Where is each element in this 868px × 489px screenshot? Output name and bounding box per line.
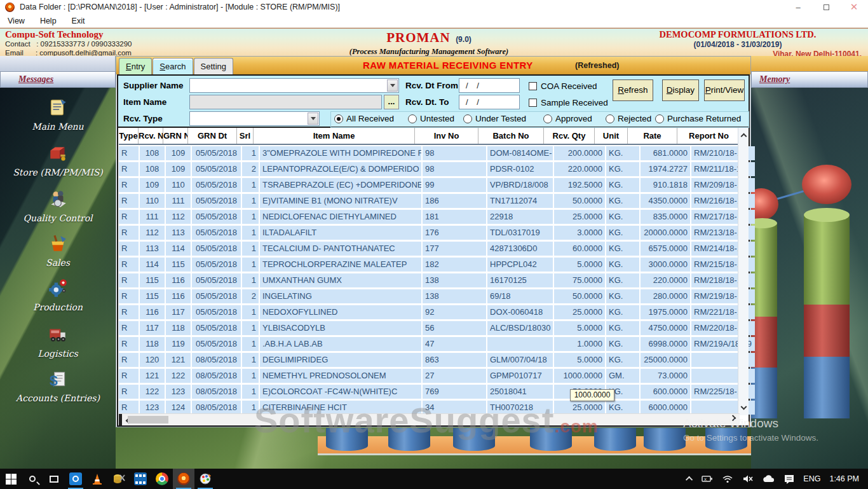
rcv-type-select[interactable] (189, 111, 320, 126)
column-header-grn-n[interactable]: GRN N (163, 128, 188, 144)
column-header-report-no[interactable]: Report No (677, 128, 741, 144)
display-button[interactable]: Display (662, 79, 699, 101)
taskbar-snipping-tool[interactable] (108, 469, 130, 489)
checkbox-icon[interactable] (529, 82, 537, 90)
clock[interactable]: 1:46 PM (829, 474, 859, 483)
radio-rejected[interactable]: Rejected (606, 114, 651, 123)
taskbar-chrome[interactable] (151, 469, 173, 489)
radio-all-received[interactable]: All Received (334, 114, 394, 123)
maximize-icon[interactable] (812, 0, 840, 14)
item-browse-button[interactable]: ... (384, 95, 399, 109)
sidebar-item-logistics[interactable]: Logistics (0, 324, 116, 359)
supplier-name-select[interactable] (189, 78, 399, 93)
start-button[interactable] (0, 469, 22, 489)
checkbox-icon[interactable] (529, 99, 537, 107)
taskbar-proman[interactable] (173, 469, 194, 489)
table-row[interactable]: R12112208/05/20181NEMETHYL PREDNOSOLONEM… (119, 369, 756, 383)
table-cell: 910.1818 (641, 178, 690, 192)
radio-icon[interactable] (606, 114, 614, 123)
column-header-rcv-n[interactable]: Rcv. N (139, 128, 163, 144)
taskbar-photos[interactable] (65, 469, 86, 489)
column-header-grn-dt[interactable]: GRN Dt (188, 128, 237, 144)
table-row[interactable]: R10810905/05/201813"OMEPRAZOLE WITH DOMP… (119, 146, 756, 160)
scroll-right-icon[interactable] (729, 414, 740, 425)
refresh-button[interactable]: Refresh (613, 79, 653, 101)
sample-received-checkbox[interactable]: Sample Received (529, 98, 608, 107)
sidebar-item-sales[interactable]: Sales (0, 233, 116, 268)
column-header-inv-no[interactable]: Inv No (415, 128, 478, 144)
chevron-down-icon[interactable] (308, 113, 318, 125)
table-row[interactable]: R10810905/05/20182LEPANTOPRAZOLE(E/C) & … (119, 162, 756, 176)
horizontal-scrollbar[interactable] (119, 413, 740, 425)
chevron-down-icon[interactable] (387, 79, 398, 92)
rcv-dt-from-input[interactable]: / / (459, 78, 520, 93)
scrollbar-thumb[interactable] (128, 416, 168, 424)
table-row[interactable]: R11511605/05/20181UMXANTHAN GUMX13816170… (119, 273, 756, 287)
taskbar-vlc[interactable] (86, 469, 108, 489)
table-row[interactable]: R12312408/05/20181CITERBINAFINE HCIT34TH… (119, 401, 756, 415)
table-row[interactable]: R10911005/05/20181TSRABEPRAZOLE (EC) +DO… (119, 178, 756, 192)
table-row[interactable]: R12012108/05/20181DEGLIMIPRIDEG863GLM/00… (119, 353, 756, 367)
radio-icon[interactable] (463, 114, 472, 123)
sidebar-item-main-menu[interactable]: Main Menu (0, 97, 116, 132)
sidebar-item-quality-control[interactable]: Quality Control (0, 188, 116, 223)
radio-untested[interactable]: Untested (408, 114, 454, 123)
column-header-rate[interactable]: Rate (628, 128, 677, 144)
action-center-icon[interactable] (784, 474, 794, 484)
menu-item-exit[interactable]: Exit (64, 17, 93, 25)
tray-expand-icon[interactable] (688, 476, 693, 481)
table-row[interactable]: R12212308/05/20181E)COLORCOAT -FC4W-N(WH… (119, 385, 756, 399)
tab-search[interactable]: Search (153, 58, 193, 74)
radio-icon[interactable] (655, 114, 664, 123)
tab-setting[interactable]: Setting (194, 58, 233, 74)
table-row[interactable]: R11111205/05/20181NEDICLOFENAC DIETHYLAM… (119, 210, 756, 224)
table-cell: 1 (242, 321, 259, 335)
table-row[interactable]: R11211305/05/20181ILTADALAFILT176TDL/031… (119, 226, 756, 240)
language-indicator[interactable]: ENG (803, 474, 820, 483)
tab-entry[interactable]: Entry (119, 58, 152, 74)
power-icon[interactable]: x (702, 475, 713, 483)
coa-received-checkbox[interactable]: COA Received (529, 81, 597, 91)
taskbar-calculator[interactable] (130, 469, 151, 489)
column-header-batch-no[interactable]: Batch No (478, 128, 544, 144)
column-header-srl[interactable]: Srl (237, 128, 254, 144)
vertical-scrollbar[interactable] (738, 128, 749, 415)
close-icon[interactable]: ✕ (840, 0, 868, 14)
table-row[interactable]: R11811905/05/20181.AB.H.A LAB.AB471.0000… (119, 337, 756, 351)
radio-icon[interactable] (408, 114, 417, 123)
rcv-dt-to-input[interactable]: / / (459, 95, 520, 109)
radio-under-tested[interactable]: Under Tested (463, 114, 526, 123)
radio-purchase-returned[interactable]: Purchase Returned (655, 114, 741, 123)
menu-item-view[interactable]: View (0, 17, 32, 25)
table-row[interactable]: R11311405/05/20181TECALCIUM D- PANTOTHAN… (119, 242, 756, 256)
scroll-up-icon[interactable] (738, 129, 749, 140)
sidebar-item-store-rm-pm-mis[interactable]: Store (RM/PM/MIS) (0, 142, 116, 177)
column-header-unit[interactable]: Unit (595, 128, 628, 144)
menu-item-help[interactable]: Help (32, 17, 64, 25)
task-view-button[interactable] (43, 469, 65, 489)
print-view-button[interactable]: Print/View (704, 79, 745, 101)
onedrive-icon[interactable] (763, 475, 775, 483)
table-row[interactable]: R11611705/05/20181NEDOXOFYLLINED92DOX-00… (119, 305, 756, 319)
radio-approved[interactable]: Approved (543, 114, 592, 123)
messages-panel-header[interactable]: Messages (0, 71, 116, 88)
scroll-down-icon[interactable] (738, 403, 749, 414)
wifi-icon[interactable] (722, 474, 733, 483)
taskbar-paint[interactable] (194, 469, 216, 489)
radio-icon[interactable] (334, 114, 343, 123)
radio-icon[interactable] (543, 114, 552, 123)
memory-panel-header[interactable]: Memory (751, 71, 868, 88)
table-row[interactable]: R11511605/05/20182INGELATING13869/1850.0… (119, 289, 756, 303)
column-header-item-name[interactable]: Item Name (254, 128, 415, 144)
item-name-input[interactable] (189, 95, 382, 109)
table-row[interactable]: R11711805/05/20181YLBISACODYLB56ALC/BSD/… (119, 321, 756, 335)
table-row[interactable]: R11011105/05/20181E)VITAMINE B1 (MONO NI… (119, 194, 756, 208)
table-row[interactable]: R11411505/05/20181TEPROCHLORPERAZINE MAL… (119, 258, 756, 272)
taskbar-search[interactable] (22, 469, 43, 489)
column-header-type[interactable]: Type (119, 128, 139, 144)
minimize-icon[interactable]: – (784, 0, 812, 14)
sidebar-item-accounts-entries[interactable]: $Accounts (Entries) (0, 368, 116, 403)
sidebar-item-production[interactable]: Production (0, 277, 116, 312)
volume-muted-icon[interactable] (742, 474, 754, 483)
column-header-rcv-qty[interactable]: Rcv. Qty (544, 128, 595, 144)
